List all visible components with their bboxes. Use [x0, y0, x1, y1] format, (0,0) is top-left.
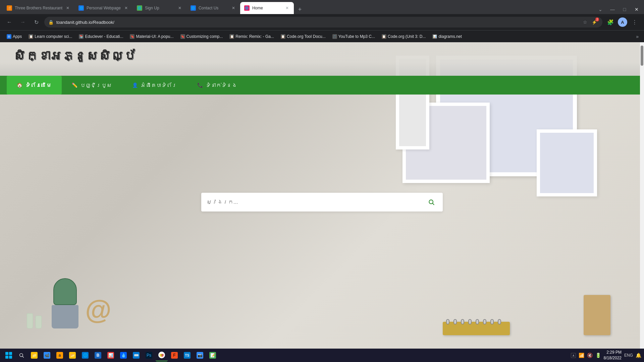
start-button[interactable]	[3, 349, 15, 361]
bookmark-2[interactable]: 📚 Educlever - Educati...	[76, 33, 126, 40]
bookmark-star-icon[interactable]: ☆	[581, 18, 589, 26]
bm7-label: YouTube to Mp3 C...	[338, 34, 375, 39]
bookmark-7[interactable]: 🎵 YouTube to Mp3 C...	[330, 33, 378, 40]
new-tab-button[interactable]: +	[295, 5, 305, 14]
search-button[interactable]	[425, 196, 437, 208]
nav-home[interactable]: 🏠 ទំព័រដើម	[7, 76, 62, 95]
photoshop-icon: Ps	[146, 352, 152, 359]
tab-contact-us[interactable]: 🌐 Contact Us ✕	[186, 2, 240, 14]
tray-overflow-btn[interactable]: ∧	[571, 353, 576, 358]
taskbar-zoom2[interactable]: 📷	[194, 349, 206, 361]
profile-btn[interactable]: A	[617, 17, 628, 27]
vscode-icon: ⌨️	[133, 352, 140, 359]
taskbar-b-app[interactable]: B	[92, 349, 104, 361]
taskbar-figma[interactable]: F	[168, 349, 180, 361]
bookmark-3[interactable]: 🔖 Material-UI: A popu...	[127, 33, 176, 40]
apps-favicon: ⊞	[7, 34, 11, 39]
tab-favicon-4: 🌐	[191, 5, 196, 11]
network-icon[interactable]: 📶	[579, 353, 584, 358]
taskbar-chrome[interactable]	[156, 349, 168, 361]
search-input[interactable]	[207, 199, 425, 205]
bookmark-4[interactable]: 🔖 Customizing comp...	[178, 33, 226, 40]
bookmark-1[interactable]: 📋 Learn computer sci...	[26, 33, 75, 40]
ring-4	[468, 319, 472, 324]
bookmark-9[interactable]: 📊 diagrams.net	[430, 33, 464, 40]
tab-signup[interactable]: 🌐 Sign Up ✕	[133, 2, 186, 14]
taskbar-amazon[interactable]: a	[54, 349, 66, 361]
taskbar-dropbox[interactable]: 💧	[117, 349, 129, 361]
zoom2-icon: 📷	[197, 352, 203, 359]
bookmark-apps[interactable]: ⊞ Apps	[4, 33, 24, 40]
volume-icon[interactable]: 🔇	[587, 353, 593, 358]
tab-close-2[interactable]: ✕	[123, 5, 129, 11]
nav-about[interactable]: 👤 អំពីគេហទំព័រ	[122, 76, 187, 95]
taskbar-search-icon	[19, 353, 24, 358]
tab-close-4[interactable]: ✕	[231, 5, 236, 11]
bm9-favicon: 📊	[432, 34, 437, 39]
nav-menu[interactable]: ✏️ បញ្ជីប្រូស	[62, 76, 122, 95]
profile-avatar[interactable]: A	[618, 17, 627, 27]
bookmark-apps-label: Apps	[13, 34, 22, 39]
cactus-area: @	[27, 294, 111, 328]
tab-close-1[interactable]: ✕	[65, 5, 70, 11]
tab-personal-webpage[interactable]: 🌐 Personal Webpage ✕	[74, 2, 133, 14]
more-menu-btn[interactable]: ⋮	[629, 17, 640, 27]
nav-contact[interactable]: 📞 ទំនាក់ទំនង	[187, 76, 247, 95]
reload-button[interactable]: ↻	[31, 17, 42, 27]
tab-close-5[interactable]: ✕	[284, 5, 290, 11]
taskbar-edge[interactable]: 🌐	[79, 349, 91, 361]
nav-menu-label: បញ្ជីប្រូស	[80, 82, 112, 88]
taskbar-office[interactable]: 📊	[105, 349, 117, 361]
address-bar[interactable]: 🔒 toandanit.github.io/Readbook/ ☆ ⚡ 2	[44, 17, 602, 27]
files-icon: 📂	[69, 352, 76, 359]
language-indicator[interactable]: ENG	[624, 353, 633, 358]
bookmark-5[interactable]: 📋 Remix: Remix: - Ga...	[227, 33, 277, 40]
close-btn[interactable]: ✕	[632, 5, 641, 14]
bookmark-8[interactable]: 📋 Code.org (Unit 3: D...	[379, 33, 428, 40]
system-tray: ∧ 📶 🔇 🔋 2:29 PM 8/18/2022 ENG 🔔	[571, 350, 641, 361]
tab-home[interactable]: 🌐 Home ✕	[240, 2, 294, 14]
extension-icon[interactable]: ⚡ 2	[590, 18, 598, 26]
ring-5	[476, 319, 479, 324]
taskbar-notepad[interactable]: 📝	[207, 349, 219, 361]
tab-favicon-1: 🍴	[7, 5, 12, 11]
search-container	[201, 193, 443, 212]
scrollbar-thumb[interactable]	[641, 46, 643, 66]
taskbar-file-explorer[interactable]: 📁	[28, 349, 40, 361]
taskbar-search-button[interactable]	[16, 350, 27, 361]
taskbar-zoom[interactable]: 📹	[41, 349, 53, 361]
tab-three-brothers[interactable]: 🍴 Three Brothers Restaurant ✕	[3, 2, 74, 14]
taskbar-photoshop[interactable]: Ps	[143, 349, 155, 361]
nav-contact-label: ទំនាក់ទំនង	[206, 82, 237, 88]
tab-close-3[interactable]: ✕	[177, 5, 182, 11]
bm1-label: Learn computer sci...	[35, 34, 72, 39]
about-icon: 👤	[132, 82, 138, 88]
taskbar-vscode[interactable]: ⌨️	[130, 349, 142, 361]
maximize-btn[interactable]: □	[620, 5, 629, 14]
office-icon: 📊	[107, 352, 114, 359]
bm8-label: Code.org (Unit 3: D...	[388, 34, 426, 39]
tab-search-btn[interactable]: ⌄	[596, 5, 605, 14]
nav-home-label: ទំព័រដើម	[25, 82, 52, 88]
forward-button[interactable]: →	[17, 17, 28, 27]
taskbar-files[interactable]: 📂	[66, 349, 78, 361]
ring-2	[453, 319, 457, 324]
extensions-btn[interactable]: 🧩	[605, 17, 616, 27]
taskbar-clock[interactable]: 2:29 PM 8/18/2022	[604, 350, 622, 361]
bookmark-6[interactable]: 📋 Code.org Tool Docu...	[278, 33, 328, 40]
tab-title-4: Contact Us	[199, 6, 228, 10]
battery-icon[interactable]: 🔋	[595, 353, 601, 358]
ring-6	[483, 319, 486, 324]
taskbar-typescript[interactable]: TS	[181, 349, 193, 361]
zoom-icon: 📹	[44, 352, 50, 359]
figma-icon: F	[171, 352, 178, 359]
notifications-icon[interactable]: 🔔	[636, 353, 641, 358]
notebook-decoration	[443, 322, 510, 335]
bm2-favicon: 📚	[79, 34, 84, 39]
bookmarks-more-btn[interactable]: »	[635, 33, 640, 41]
b-app-icon: B	[95, 352, 101, 359]
back-button[interactable]: ←	[4, 17, 15, 27]
page-scrollbar[interactable]	[640, 42, 644, 349]
menu-icon: ✏️	[72, 82, 77, 88]
minimize-btn[interactable]: —	[608, 5, 617, 14]
